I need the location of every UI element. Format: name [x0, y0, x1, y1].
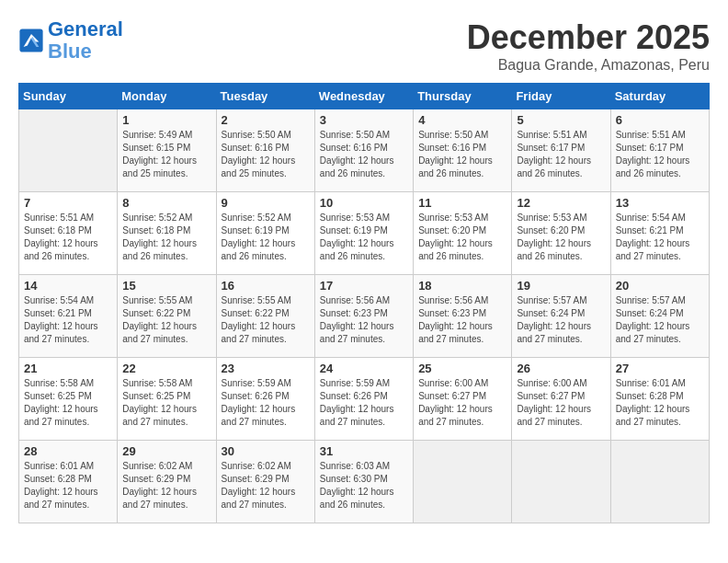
calendar-cell: 28Sunrise: 6:01 AMSunset: 6:28 PMDayligh… [19, 441, 118, 523]
day-info: Sunrise: 6:02 AMSunset: 6:29 PMDaylight:… [222, 460, 310, 511]
calendar-cell: 29Sunrise: 6:02 AMSunset: 6:29 PMDayligh… [118, 441, 216, 523]
day-info: Sunrise: 5:59 AMSunset: 6:26 PMDaylight:… [320, 377, 408, 429]
calendar-week-row: 7Sunrise: 5:51 AMSunset: 6:18 PMDaylight… [19, 192, 710, 275]
day-number: 25 [418, 362, 506, 375]
calendar-cell: 26Sunrise: 6:00 AMSunset: 6:27 PMDayligh… [512, 358, 610, 441]
day-number: 5 [517, 113, 605, 127]
day-info: Sunrise: 5:58 AMSunset: 6:25 PMDaylight:… [24, 377, 112, 429]
calendar-cell: 5Sunrise: 5:51 AMSunset: 6:17 PMDaylight… [512, 109, 610, 192]
header-wednesday: Wednesday [314, 84, 413, 109]
day-number: 16 [222, 279, 310, 293]
calendar-cell: 17Sunrise: 5:56 AMSunset: 6:23 PMDayligh… [314, 275, 413, 358]
calendar-cell: 24Sunrise: 5:59 AMSunset: 6:26 PMDayligh… [314, 358, 413, 441]
calendar-cell: 14Sunrise: 5:54 AMSunset: 6:21 PMDayligh… [19, 275, 118, 358]
header-tuesday: Tuesday [216, 84, 314, 109]
day-info: Sunrise: 5:50 AMSunset: 6:16 PMDaylight:… [418, 129, 506, 180]
day-number: 20 [616, 279, 704, 293]
day-info: Sunrise: 5:54 AMSunset: 6:21 PMDaylight:… [24, 294, 112, 346]
calendar-cell: 20Sunrise: 5:57 AMSunset: 6:24 PMDayligh… [610, 275, 709, 358]
calendar-cell [610, 441, 709, 523]
calendar-cell: 21Sunrise: 5:58 AMSunset: 6:25 PMDayligh… [19, 358, 118, 441]
day-number: 6 [616, 113, 704, 127]
day-number: 31 [320, 444, 408, 458]
day-number: 26 [517, 362, 605, 375]
day-number: 8 [122, 196, 210, 210]
day-number: 30 [222, 444, 310, 458]
day-number: 23 [222, 362, 310, 375]
day-number: 27 [616, 362, 704, 375]
calendar-cell: 12Sunrise: 5:53 AMSunset: 6:20 PMDayligh… [512, 192, 610, 275]
calendar-cell [512, 441, 610, 523]
calendar-cell: 4Sunrise: 5:50 AMSunset: 6:16 PMDaylight… [414, 109, 512, 192]
day-info: Sunrise: 5:54 AMSunset: 6:21 PMDaylight:… [616, 212, 704, 263]
calendar-cell: 22Sunrise: 5:58 AMSunset: 6:25 PMDayligh… [118, 358, 216, 441]
calendar-cell: 2Sunrise: 5:50 AMSunset: 6:16 PMDaylight… [216, 109, 314, 192]
calendar-cell: 23Sunrise: 5:59 AMSunset: 6:26 PMDayligh… [216, 358, 314, 441]
day-number: 1 [122, 113, 210, 127]
day-info: Sunrise: 5:57 AMSunset: 6:24 PMDaylight:… [616, 294, 704, 346]
logo: GeneralBlue [18, 18, 123, 63]
day-number: 12 [517, 196, 605, 210]
calendar-cell: 25Sunrise: 6:00 AMSunset: 6:27 PMDayligh… [414, 358, 512, 441]
header-sunday: Sunday [19, 84, 118, 109]
day-number: 7 [24, 196, 112, 210]
calendar-cell: 10Sunrise: 5:53 AMSunset: 6:19 PMDayligh… [314, 192, 413, 275]
day-info: Sunrise: 6:01 AMSunset: 6:28 PMDaylight:… [616, 377, 704, 429]
logo-text: GeneralBlue [48, 18, 123, 63]
calendar-cell: 16Sunrise: 5:55 AMSunset: 6:22 PMDayligh… [216, 275, 314, 358]
day-info: Sunrise: 6:00 AMSunset: 6:27 PMDaylight:… [517, 377, 605, 429]
day-number: 22 [122, 362, 210, 375]
calendar-cell: 13Sunrise: 5:54 AMSunset: 6:21 PMDayligh… [610, 192, 709, 275]
calendar-cell: 3Sunrise: 5:50 AMSunset: 6:16 PMDaylight… [314, 109, 413, 192]
calendar-cell: 30Sunrise: 6:02 AMSunset: 6:29 PMDayligh… [216, 441, 314, 523]
day-info: Sunrise: 5:51 AMSunset: 6:17 PMDaylight:… [517, 129, 605, 180]
calendar-header-row: SundayMondayTuesdayWednesdayThursdayFrid… [19, 84, 710, 109]
calendar-cell: 6Sunrise: 5:51 AMSunset: 6:17 PMDaylight… [610, 109, 709, 192]
day-info: Sunrise: 6:02 AMSunset: 6:29 PMDaylight:… [122, 460, 210, 511]
day-number: 18 [418, 279, 506, 293]
calendar-cell [19, 109, 118, 192]
header-monday: Monday [118, 84, 216, 109]
calendar-cell: 27Sunrise: 6:01 AMSunset: 6:28 PMDayligh… [610, 358, 709, 441]
calendar-table: SundayMondayTuesdayWednesdayThursdayFrid… [18, 83, 710, 523]
logo-icon [18, 28, 44, 53]
page-header: GeneralBlue December 2025 Bagua Grande, … [18, 18, 710, 74]
day-info: Sunrise: 5:56 AMSunset: 6:23 PMDaylight:… [320, 294, 408, 346]
month-title: December 2025 [467, 18, 710, 57]
day-info: Sunrise: 5:53 AMSunset: 6:20 PMDaylight:… [517, 212, 605, 263]
day-info: Sunrise: 5:50 AMSunset: 6:16 PMDaylight:… [320, 129, 408, 180]
day-number: 21 [24, 362, 112, 375]
calendar-cell: 15Sunrise: 5:55 AMSunset: 6:22 PMDayligh… [118, 275, 216, 358]
day-number: 19 [517, 279, 605, 293]
day-info: Sunrise: 6:00 AMSunset: 6:27 PMDaylight:… [418, 377, 506, 429]
day-info: Sunrise: 5:58 AMSunset: 6:25 PMDaylight:… [122, 377, 210, 429]
day-number: 2 [222, 113, 310, 127]
day-info: Sunrise: 5:51 AMSunset: 6:17 PMDaylight:… [616, 129, 704, 180]
day-number: 17 [320, 279, 408, 293]
day-info: Sunrise: 6:03 AMSunset: 6:30 PMDaylight:… [320, 460, 408, 511]
day-info: Sunrise: 5:51 AMSunset: 6:18 PMDaylight:… [24, 212, 112, 263]
calendar-cell: 18Sunrise: 5:56 AMSunset: 6:23 PMDayligh… [414, 275, 512, 358]
day-number: 14 [24, 279, 112, 293]
day-info: Sunrise: 5:52 AMSunset: 6:18 PMDaylight:… [122, 212, 210, 263]
calendar-week-row: 14Sunrise: 5:54 AMSunset: 6:21 PMDayligh… [19, 275, 710, 358]
day-info: Sunrise: 5:55 AMSunset: 6:22 PMDaylight:… [122, 294, 210, 346]
header-saturday: Saturday [610, 84, 709, 109]
day-number: 10 [320, 196, 408, 210]
day-info: Sunrise: 5:53 AMSunset: 6:19 PMDaylight:… [320, 212, 408, 263]
day-info: Sunrise: 5:53 AMSunset: 6:20 PMDaylight:… [418, 212, 506, 263]
day-number: 4 [418, 113, 506, 127]
svg-rect-0 [19, 29, 42, 52]
day-number: 9 [222, 196, 310, 210]
calendar-cell: 1Sunrise: 5:49 AMSunset: 6:15 PMDaylight… [118, 109, 216, 192]
day-info: Sunrise: 5:50 AMSunset: 6:16 PMDaylight:… [222, 129, 310, 180]
calendar-cell: 19Sunrise: 5:57 AMSunset: 6:24 PMDayligh… [512, 275, 610, 358]
day-number: 29 [122, 444, 210, 458]
calendar-cell: 7Sunrise: 5:51 AMSunset: 6:18 PMDaylight… [19, 192, 118, 275]
calendar-cell [414, 441, 512, 523]
day-info: Sunrise: 5:59 AMSunset: 6:26 PMDaylight:… [222, 377, 310, 429]
calendar-cell: 31Sunrise: 6:03 AMSunset: 6:30 PMDayligh… [314, 441, 413, 523]
calendar-cell: 9Sunrise: 5:52 AMSunset: 6:19 PMDaylight… [216, 192, 314, 275]
day-info: Sunrise: 5:52 AMSunset: 6:19 PMDaylight:… [222, 212, 310, 263]
day-info: Sunrise: 5:57 AMSunset: 6:24 PMDaylight:… [517, 294, 605, 346]
